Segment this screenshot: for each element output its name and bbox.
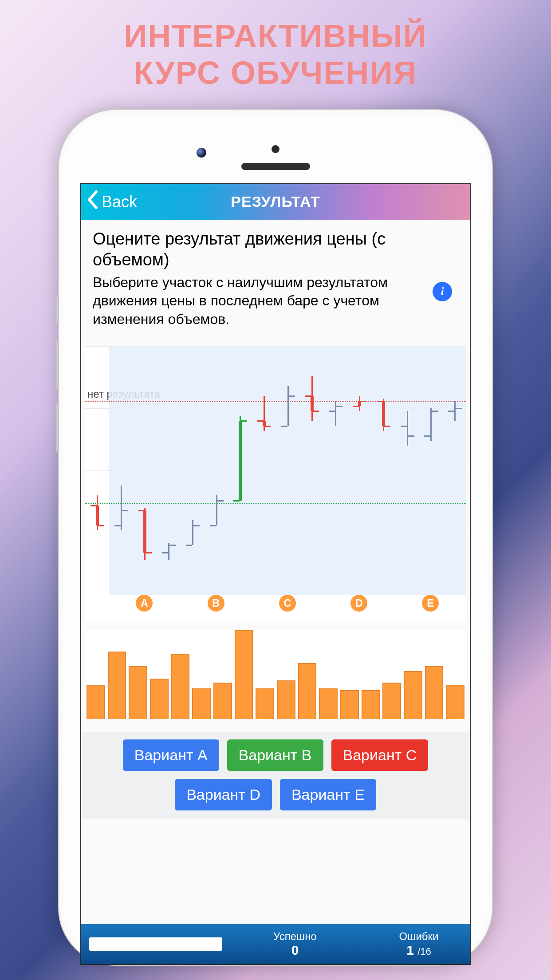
option-button-a[interactable]: Вариант A — [123, 739, 219, 771]
success-value: 0 — [222, 943, 368, 958]
volume-bar — [298, 663, 317, 719]
errors-label: Ошибки — [368, 930, 470, 943]
option-button-e[interactable]: Вариант E — [280, 779, 376, 810]
volume-bar — [404, 671, 422, 719]
promo-line-2: КУРС ОБУЧЕНИЯ — [124, 55, 427, 91]
volume-bar — [171, 654, 190, 719]
success-label: Успешно — [222, 930, 368, 943]
volume-bar — [425, 666, 444, 719]
price-chart[interactable]: нет результата ABCDE — [85, 346, 466, 621]
volume-bar — [256, 688, 274, 719]
errors-total: /16 — [417, 946, 431, 957]
question-title: Оцените результат движения цены (с объем… — [93, 229, 458, 271]
info-icon: i — [441, 285, 444, 298]
volume-chart[interactable] — [85, 630, 466, 719]
option-button-c[interactable]: Вариант C — [331, 739, 429, 771]
volume-bar — [192, 688, 211, 719]
status-bar: Успешно 0 Ошибки 1 /16 — [81, 924, 470, 964]
camera-icon — [197, 148, 206, 158]
phone-volume-down — [56, 403, 59, 452]
volume-bar — [129, 666, 147, 719]
promo-line-1: ИНТЕРАКТИВНЫЙ — [124, 18, 427, 55]
volume-bar — [319, 688, 338, 719]
volume-bar — [446, 685, 464, 719]
stat-errors: Ошибки 1 /16 — [368, 930, 470, 958]
promo-heading: ИНТЕРАКТИВНЫЙ КУРС ОБУЧЕНИЯ — [124, 18, 427, 91]
volume-bar — [362, 690, 380, 719]
progress-bar — [89, 937, 222, 951]
chevron-left-icon — [87, 190, 100, 213]
chart-band-e[interactable] — [395, 346, 466, 595]
band-letter-e: E — [422, 595, 439, 612]
band-letters: ABCDE — [85, 595, 466, 621]
chart-band-d[interactable] — [323, 346, 395, 595]
band-letter-a: A — [136, 595, 153, 612]
option-button-d[interactable]: Вариант D — [175, 779, 272, 810]
navbar: Back РЕЗУЛЬТАТ — [81, 184, 470, 220]
volume-bar — [277, 680, 295, 719]
option-button-b[interactable]: Вариант B — [227, 739, 323, 771]
back-button[interactable]: Back — [81, 190, 137, 213]
app-screen: Back РЕЗУЛЬТАТ Оцените результат движени… — [80, 183, 471, 965]
speaker-icon — [241, 163, 310, 170]
volume-bar — [150, 679, 169, 719]
volume-bar — [235, 630, 253, 719]
stat-success: Успешно 0 — [222, 930, 368, 958]
errors-value: 1 — [406, 943, 414, 957]
back-label: Back — [102, 193, 137, 211]
volume-bar — [108, 652, 126, 719]
band-letter-d: D — [350, 595, 367, 612]
question-description: Выберите участок с наилучшим результатом… — [93, 273, 458, 329]
phone-mute-switch — [56, 296, 59, 323]
answer-options: Вариант AВариант BВариант CВариант DВари… — [81, 732, 470, 819]
page-title: РЕЗУЛЬТАТ — [81, 193, 470, 210]
volume-bar — [87, 685, 105, 719]
volume-bar — [213, 683, 232, 719]
band-letter-b: B — [208, 595, 224, 612]
info-button[interactable]: i — [433, 282, 452, 301]
content-scroll[interactable]: Оцените результат движения цены (с объем… — [81, 220, 470, 924]
phone-volume-up — [56, 341, 59, 390]
volume-bar — [382, 683, 401, 719]
phone-top-hardware — [59, 110, 492, 183]
volume-bar — [340, 690, 359, 719]
band-letter-c: C — [279, 595, 296, 612]
sensor-icon — [272, 145, 279, 153]
phone-mockup: Back РЕЗУЛЬТАТ Оцените результат движени… — [58, 109, 493, 966]
